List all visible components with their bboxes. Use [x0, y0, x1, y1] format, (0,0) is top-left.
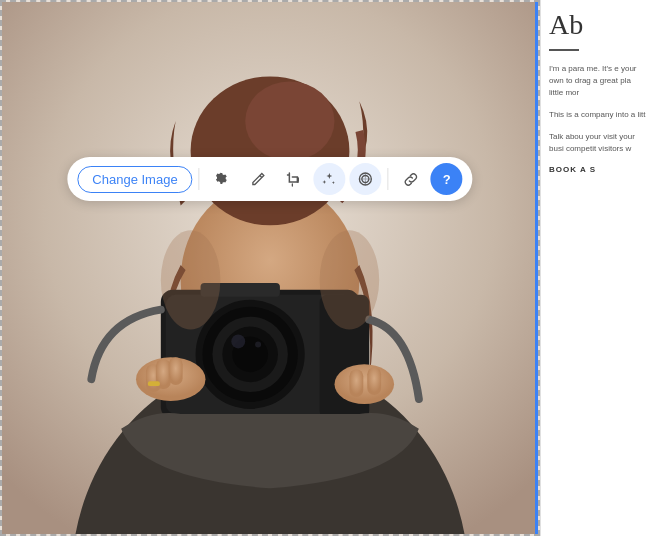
image-toolbar: Change Image	[67, 157, 472, 201]
filter-icon	[358, 171, 374, 187]
svg-point-25	[161, 230, 221, 329]
svg-rect-24	[148, 381, 160, 386]
svg-rect-23	[349, 369, 363, 397]
about-title: Ab	[549, 10, 647, 41]
svg-rect-22	[367, 367, 381, 395]
svg-point-26	[320, 230, 380, 329]
svg-rect-20	[169, 357, 183, 385]
help-icon: ?	[443, 172, 451, 187]
crop-icon	[286, 172, 301, 187]
text-panel: Ab I'm a para me. It's e your own to dra…	[540, 0, 655, 536]
change-image-button[interactable]: Change Image	[77, 166, 192, 193]
magic-icon-button[interactable]	[314, 163, 346, 195]
pencil-icon	[250, 172, 265, 187]
toolbar-divider-1	[199, 168, 200, 190]
page-container: Change Image	[0, 0, 655, 536]
selection-border	[535, 2, 538, 534]
magic-icon	[322, 171, 338, 187]
svg-point-14	[231, 335, 245, 349]
svg-point-5	[245, 81, 334, 160]
image-panel: Change Image	[0, 0, 540, 536]
help-icon-button[interactable]: ?	[431, 163, 463, 195]
toolbar-divider-2	[388, 168, 389, 190]
photographer-image	[2, 2, 538, 534]
settings-icon	[214, 171, 230, 187]
svg-point-15	[255, 341, 261, 347]
book-button-label: BOOK A S	[549, 165, 647, 174]
link-icon	[403, 172, 418, 187]
link-icon-button[interactable]	[395, 163, 427, 195]
filter-icon-button[interactable]	[350, 163, 382, 195]
paragraph-2: This is a company into a litt	[549, 109, 647, 121]
title-underline	[549, 49, 579, 51]
edit-icon-button[interactable]	[242, 163, 274, 195]
settings-icon-button[interactable]	[206, 163, 238, 195]
paragraph-3: Talk abou your visit your busi competit …	[549, 131, 647, 155]
crop-icon-button[interactable]	[278, 163, 310, 195]
paragraph-1: I'm a para me. It's e your own to drag a…	[549, 63, 647, 99]
svg-point-21	[335, 364, 395, 404]
